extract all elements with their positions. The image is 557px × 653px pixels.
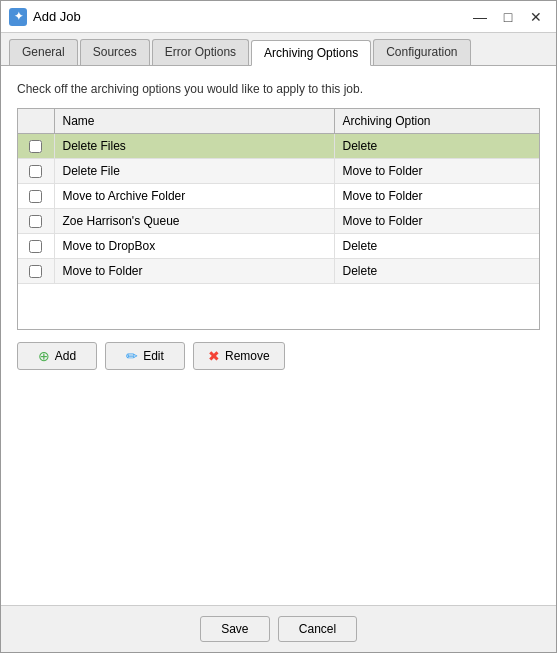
tab-error-options[interactable]: Error Options xyxy=(152,39,249,65)
maximize-button[interactable]: □ xyxy=(496,6,520,28)
cancel-button[interactable]: Cancel xyxy=(278,616,357,642)
window-controls: — □ ✕ xyxy=(468,6,548,28)
description-text: Check off the archiving options you woul… xyxy=(17,82,540,96)
tab-configuration[interactable]: Configuration xyxy=(373,39,470,65)
row-archiving-option: Delete xyxy=(334,234,539,259)
tab-general[interactable]: General xyxy=(9,39,78,65)
table-row[interactable]: Delete FilesDelete xyxy=(18,134,539,159)
row-checkbox[interactable] xyxy=(29,215,42,228)
row-checkbox-cell xyxy=(18,259,54,284)
col-archiving-option: Archiving Option xyxy=(334,109,539,134)
table-row[interactable]: Move to FolderDelete xyxy=(18,259,539,284)
row-name: Move to DropBox xyxy=(54,234,334,259)
edit-label: Edit xyxy=(143,349,164,363)
row-archiving-option: Move to Folder xyxy=(334,209,539,234)
remove-icon: ✖ xyxy=(208,348,220,364)
row-checkbox[interactable] xyxy=(29,140,42,153)
table-row[interactable]: Zoe Harrison's QueueMove to Folder xyxy=(18,209,539,234)
table-row[interactable]: Move to DropBoxDelete xyxy=(18,234,539,259)
col-name: Name xyxy=(54,109,334,134)
window: ✦ Add Job — □ ✕ General Sources Error Op… xyxy=(0,0,557,653)
tab-archiving-options[interactable]: Archiving Options xyxy=(251,40,371,66)
table-row[interactable]: Move to Archive FolderMove to Folder xyxy=(18,184,539,209)
row-archiving-option: Move to Folder xyxy=(334,159,539,184)
col-checkbox xyxy=(18,109,54,134)
row-name: Delete Files xyxy=(54,134,334,159)
row-checkbox[interactable] xyxy=(29,190,42,203)
window-title: Add Job xyxy=(33,9,468,24)
tab-bar: General Sources Error Options Archiving … xyxy=(1,33,556,66)
action-bar: ⊕ Add ✏ Edit ✖ Remove xyxy=(17,342,540,370)
archiving-options-table: Name Archiving Option Delete FilesDelete… xyxy=(18,109,539,284)
archiving-options-table-container: Name Archiving Option Delete FilesDelete… xyxy=(17,108,540,330)
row-checkbox[interactable] xyxy=(29,265,42,278)
main-content: Check off the archiving options you woul… xyxy=(1,66,556,605)
row-checkbox[interactable] xyxy=(29,240,42,253)
row-name: Delete File xyxy=(54,159,334,184)
table-row[interactable]: Delete FileMove to Folder xyxy=(18,159,539,184)
footer: Save Cancel xyxy=(1,605,556,652)
row-checkbox-cell xyxy=(18,159,54,184)
save-button[interactable]: Save xyxy=(200,616,270,642)
remove-button[interactable]: ✖ Remove xyxy=(193,342,285,370)
edit-button[interactable]: ✏ Edit xyxy=(105,342,185,370)
table-header: Name Archiving Option xyxy=(18,109,539,134)
row-name: Move to Archive Folder xyxy=(54,184,334,209)
add-icon: ⊕ xyxy=(38,348,50,364)
row-checkbox-cell xyxy=(18,209,54,234)
row-name: Zoe Harrison's Queue xyxy=(54,209,334,234)
row-archiving-option: Move to Folder xyxy=(334,184,539,209)
row-checkbox[interactable] xyxy=(29,165,42,178)
close-button[interactable]: ✕ xyxy=(524,6,548,28)
row-archiving-option: Delete xyxy=(334,134,539,159)
row-checkbox-cell xyxy=(18,234,54,259)
row-checkbox-cell xyxy=(18,184,54,209)
app-icon: ✦ xyxy=(9,8,27,26)
row-checkbox-cell xyxy=(18,134,54,159)
row-archiving-option: Delete xyxy=(334,259,539,284)
minimize-button[interactable]: — xyxy=(468,6,492,28)
table-body: Delete FilesDeleteDelete FileMove to Fol… xyxy=(18,134,539,284)
remove-label: Remove xyxy=(225,349,270,363)
row-name: Move to Folder xyxy=(54,259,334,284)
title-bar: ✦ Add Job — □ ✕ xyxy=(1,1,556,33)
add-label: Add xyxy=(55,349,76,363)
add-button[interactable]: ⊕ Add xyxy=(17,342,97,370)
tab-sources[interactable]: Sources xyxy=(80,39,150,65)
edit-icon: ✏ xyxy=(126,348,138,364)
